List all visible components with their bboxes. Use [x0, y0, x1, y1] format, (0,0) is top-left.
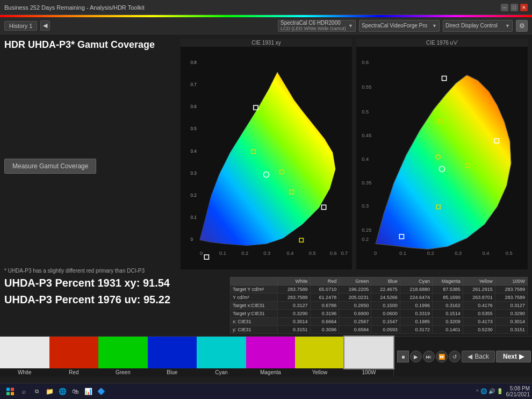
refresh-button[interactable]: ↺ [449, 351, 461, 362]
table-row: Target Y cd/m²283.758965.0710196.220522.… [231, 286, 528, 294]
swatch-label: Yellow [295, 368, 344, 376]
search-taskbar-icon[interactable]: ⌕ [18, 386, 29, 397]
table-cell: 0.5355 [463, 310, 495, 318]
measure-gamut-button[interactable]: Measure Gamut Coverage [4, 159, 96, 174]
table-cell: 0.2650 [339, 302, 371, 310]
table-header-cell: Green [339, 277, 371, 286]
table-cell: 263.8701 [463, 294, 495, 302]
taskbar-system: ^ 🌐 🔊 🔋 5:08 PM 6/21/2021 [476, 386, 530, 397]
start-button[interactable] [2, 386, 18, 397]
cie1976-chart: 0.6 0.55 0.5 0.45 0.4 0.35 0.3 0.25 0.2 … [356, 47, 528, 269]
svg-text:0.6: 0.6 [191, 104, 197, 109]
page-title: HDR UHDA-P3* Gamut Coverage [4, 39, 176, 51]
app-icon2[interactable]: 🔷 [96, 386, 106, 397]
table-cell: 0.6900 [339, 310, 371, 318]
swatch-item[interactable]: Red [49, 337, 99, 376]
table-cell: 283.7589 [495, 294, 527, 302]
table-cell: 0.1547 [371, 318, 400, 326]
swatch-label: White [0, 368, 49, 376]
table-cell: 0.3196 [310, 310, 339, 318]
app-icon[interactable]: 📊 [83, 386, 94, 397]
svg-text:0.2: 0.2 [427, 251, 434, 256]
svg-rect-57 [6, 392, 10, 395]
task-view-icon[interactable]: ⧉ [31, 386, 42, 397]
swatch-item[interactable]: Green [98, 337, 148, 376]
swatch-label: 100W [344, 368, 394, 376]
table-cell: 0.3127 [278, 302, 310, 310]
table-cell: 0.3209 [432, 318, 463, 326]
stat1-text: UHDA-P3 Percent 1931 xy: 91.54 [4, 277, 219, 289]
table-header-row: WhiteRedGreenBlueCyanMagentaYellow100W [231, 277, 528, 286]
svg-rect-55 [6, 388, 10, 391]
table-header-cell: Red [310, 277, 339, 286]
window-controls: ─ □ ✕ [501, 4, 528, 11]
swatch-item[interactable]: Cyan [197, 337, 246, 376]
stats-left: UHDA-P3 Percent 1931 xy: 91.54 UHDA-P3 P… [4, 277, 219, 334]
swatch-color [344, 337, 394, 368]
svg-text:0.5: 0.5 [191, 126, 197, 131]
swatch-item[interactable]: Magenta [246, 337, 296, 376]
table-cell: 65.0710 [310, 286, 339, 294]
bottom-section: * UHDA-P3 has a slightly different red p… [0, 266, 532, 336]
svg-text:0: 0 [374, 251, 377, 256]
table-header-cell [231, 277, 278, 286]
swatch-label: Cyan [197, 368, 246, 376]
swatch-color [197, 337, 246, 368]
history-button[interactable]: History 1 [4, 21, 37, 31]
toolbar: History 1 ◀ SpectraCal C6 HDR2000 LCD (L… [0, 17, 532, 34]
device2-dropdown[interactable]: SpectraCal VideoForge Pro ▼ [359, 20, 440, 32]
next-label: Next [503, 353, 517, 360]
swatch-label: Blue [148, 368, 197, 376]
back-button[interactable]: ◀ Back [462, 351, 495, 362]
table-cell: 85.1690 [432, 294, 463, 302]
play-button[interactable]: ▶ [410, 351, 422, 362]
table-cell: 0.1401 [432, 326, 463, 334]
table-cell: 261.2915 [463, 286, 495, 294]
svg-text:0.5: 0.5 [309, 251, 316, 256]
stat2-text: UHDA-P3 Percent 1976 uv: 95.22 [4, 294, 219, 306]
device2-label: SpectraCal VideoForge Pro [362, 23, 430, 28]
swatch-item[interactable]: White [0, 337, 49, 376]
small-btn[interactable]: ◀ [40, 20, 50, 31]
chevron-down-icon: ▼ [348, 23, 353, 28]
svg-text:0.5: 0.5 [362, 109, 369, 115]
minimize-button[interactable]: ─ [501, 4, 508, 11]
cie1976-chart-wrapper: CIE 1976 u'v' 0.6 0.55 0.5 0.45 0.4 0.35… [356, 39, 528, 261]
table-cell: 0.1514 [432, 310, 463, 318]
time-display: 5:08 PM [506, 386, 530, 391]
device3-dropdown[interactable]: Direct Display Control ▼ [443, 20, 513, 32]
swatch-item[interactable]: Blue [148, 337, 197, 376]
table-cell: 0.3127 [495, 302, 527, 310]
table-cell: 0.4173 [463, 318, 495, 326]
close-button[interactable]: ✕ [520, 4, 528, 11]
table-cell: 0.0600 [371, 310, 400, 318]
sound-icon: 🔊 [488, 388, 495, 394]
table-cell: 0.3096 [310, 326, 339, 334]
settings-button[interactable]: ⚙ [516, 20, 528, 32]
svg-text:0.25: 0.25 [362, 227, 371, 233]
explorer-icon[interactable]: 📁 [44, 386, 55, 397]
cie1931-chart-label: CIE 1931 xy [181, 39, 352, 47]
svg-text:0.4: 0.4 [287, 251, 294, 256]
tray-arrow[interactable]: ^ [476, 389, 478, 394]
swatch-color [246, 337, 296, 368]
table-cell: 0.2567 [339, 318, 371, 326]
table-cell: 0.3162 [432, 302, 463, 310]
step-forward-button[interactable]: ⏭ [423, 351, 435, 362]
cie1931-chart-wrapper: CIE 1931 xy 0.8 0.7 0.6 0.5 0.4 0.3 0.2 … [181, 39, 352, 261]
table-cell: 283.7589 [278, 286, 310, 294]
table-cell: 87.5385 [432, 286, 463, 294]
fast-forward-button[interactable]: ⏩ [436, 351, 448, 362]
next-button[interactable]: Next ▶ [496, 351, 531, 362]
svg-rect-58 [11, 392, 14, 395]
swatch-item[interactable]: 100W [344, 337, 394, 376]
svg-text:0: 0 [200, 251, 203, 256]
device1-dropdown[interactable]: SpectraCal C6 HDR2000 LCD (LED White Wid… [278, 20, 356, 32]
swatch-item[interactable]: Yellow [295, 337, 344, 376]
maximize-button[interactable]: □ [511, 4, 518, 11]
edge-icon[interactable]: 🌐 [57, 386, 68, 397]
store-icon[interactable]: 🛍 [70, 386, 81, 397]
swatch-label: Red [49, 368, 99, 376]
cie1931-chart: 0.8 0.7 0.6 0.5 0.4 0.3 0.2 0.1 0 0 0.1 … [181, 47, 352, 269]
stop-button[interactable]: ■ [397, 351, 409, 362]
